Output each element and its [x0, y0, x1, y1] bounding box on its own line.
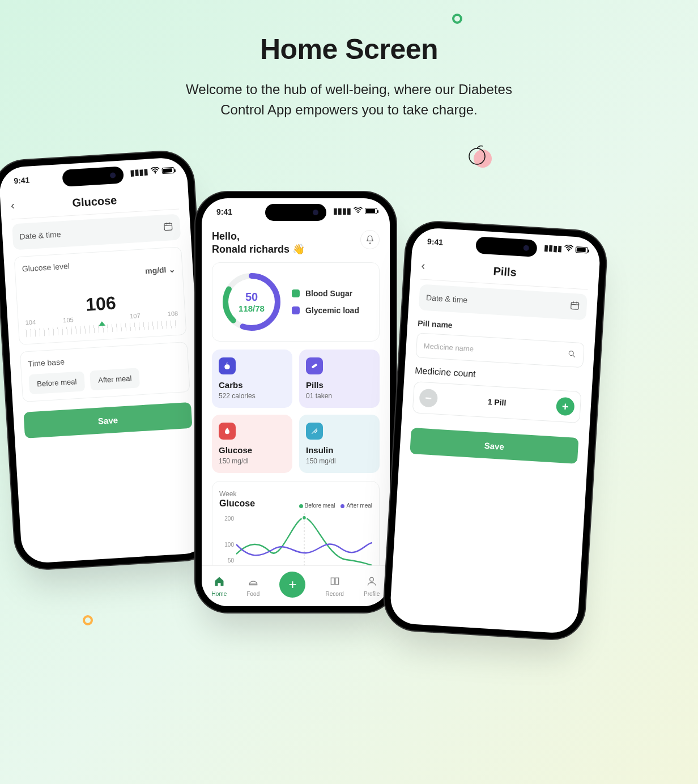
svg-point-13: [569, 351, 573, 355]
gauge-card: 50 118/78 Blood Sugar Glycemic load: [212, 262, 380, 342]
legend-color-icon: [292, 289, 300, 297]
tile-carbs[interactable]: Carbs 522 calories: [212, 350, 292, 408]
unit-label: mg/dl: [145, 265, 167, 275]
calendar-icon: [163, 221, 173, 234]
signal-icon: ▮▮▮▮: [333, 207, 351, 215]
apple-icon: [219, 357, 236, 374]
svg-point-9: [302, 515, 306, 520]
tile-sub: 150 mg/dl: [306, 457, 373, 465]
tile-sub: 522 calories: [219, 392, 286, 400]
user-name: Ronald richards: [212, 244, 290, 255]
placeholder-text: Medicine name: [423, 342, 474, 353]
date-time-label: Date & time: [19, 229, 61, 241]
tile-title: Pills: [306, 380, 373, 390]
drop-icon: [219, 423, 236, 440]
chart-legend-before: Before meal: [305, 502, 335, 509]
glucose-value: 106: [85, 292, 117, 315]
y-tick: 50: [228, 557, 234, 564]
gauge-ring: 50 118/78: [220, 271, 283, 333]
phone-notch: [265, 204, 326, 221]
page-subtitle: Welcome to the hub of well-being, where …: [168, 79, 530, 120]
increment-button[interactable]: +: [556, 397, 575, 416]
gauge-value-1: 50: [245, 291, 258, 304]
svg-rect-7: [311, 363, 317, 368]
svg-rect-12: [571, 302, 579, 310]
legend-color-icon: [292, 306, 300, 314]
svg-rect-2: [164, 223, 172, 231]
tab-bar: Home Food + Record Profil: [202, 565, 390, 606]
tile-pills[interactable]: Pills 01 taken: [299, 350, 380, 408]
back-button[interactable]: ‹: [421, 259, 425, 272]
scale-tick: 107: [130, 312, 141, 319]
status-time: 9:41: [427, 237, 444, 247]
pill-icon: [306, 357, 323, 374]
tile-title: Glucose: [219, 445, 286, 455]
pill-name-input[interactable]: Medicine name: [416, 333, 585, 368]
screen-title: Pills: [421, 261, 589, 284]
y-tick: 200: [224, 515, 234, 522]
tab-label: Home: [212, 591, 227, 597]
back-button[interactable]: ‹: [10, 199, 15, 212]
tile-sub: 01 taken: [306, 392, 373, 400]
svg-point-1: [155, 172, 156, 174]
battery-icon: [575, 246, 588, 253]
timebase-card: Time base Before meal After meal: [20, 342, 190, 402]
scale-tick: 108: [167, 310, 178, 317]
save-button[interactable]: Save: [23, 402, 192, 438]
syringe-icon: [306, 423, 323, 440]
decrement-button[interactable]: −: [419, 389, 438, 408]
date-time-field[interactable]: Date & time: [12, 214, 181, 250]
tab-label: Record: [326, 591, 344, 597]
save-button[interactable]: Save: [410, 428, 578, 464]
battery-icon: [161, 167, 174, 173]
legend-glycemic: Glycemic load: [305, 306, 359, 315]
hello-text: Hello,: [212, 231, 240, 242]
status-time: 9:41: [216, 207, 232, 216]
plus-icon: +: [288, 577, 296, 593]
decorative-dot: [452, 14, 462, 24]
legend-dot-icon: [299, 504, 303, 508]
after-meal-chip[interactable]: After meal: [90, 368, 140, 390]
page-title: Home Screen: [0, 33, 698, 66]
tab-label: Profile: [364, 591, 380, 597]
gauge-value-2: 118/78: [239, 304, 265, 313]
tile-insulin[interactable]: Insulin 150 mg/dl: [299, 415, 380, 473]
phone-pills: 9:41 ▮▮▮▮ ‹ Pills Date & time Pill: [389, 227, 601, 634]
date-time-field[interactable]: Date & time: [419, 284, 588, 320]
tab-record[interactable]: Record: [326, 576, 344, 597]
tile-title: Carbs: [219, 380, 286, 390]
legend-blood-sugar: Blood Sugar: [305, 289, 352, 298]
svg-point-11: [568, 250, 569, 252]
glucose-level-card: Glucose level mg/dl ⌄ 106 104 105 . 107 …: [14, 246, 187, 345]
tab-profile[interactable]: Profile: [364, 576, 380, 597]
tab-food[interactable]: Food: [246, 576, 259, 597]
home-icon: [214, 576, 225, 590]
add-button[interactable]: +: [279, 572, 305, 598]
wave-icon: 👋: [292, 244, 305, 255]
tab-label: Food: [246, 591, 259, 597]
before-meal-chip[interactable]: Before meal: [28, 371, 85, 394]
medicine-count-field: Medicine count − 1 Pill +: [412, 365, 583, 423]
chart-period: Week: [219, 490, 236, 498]
chevron-down-icon[interactable]: ⌄: [168, 265, 176, 274]
medicine-count-value: 1 Pill: [487, 397, 507, 407]
tile-title: Insulin: [306, 445, 373, 455]
wifi-icon: [150, 167, 160, 175]
scale-tick: 105: [63, 316, 74, 323]
notification-button[interactable]: [360, 230, 380, 249]
pill-name-field: Pill name Medicine name: [416, 318, 586, 368]
y-tick: 100: [224, 542, 234, 548]
status-time: 9:41: [14, 175, 30, 185]
signal-icon: ▮▮▮▮: [130, 168, 148, 177]
tab-home[interactable]: Home: [212, 576, 227, 597]
screen-title: Glucose: [10, 190, 178, 214]
chart-title: Glucose: [219, 498, 255, 509]
scale-tick: 104: [25, 318, 36, 326]
profile-icon: [366, 576, 377, 590]
tile-glucose[interactable]: Glucose 150 mg/dl: [212, 415, 292, 473]
record-icon: [329, 576, 341, 590]
date-time-label: Date & time: [426, 293, 468, 304]
search-icon: [567, 349, 577, 360]
wifi-icon: [354, 207, 363, 215]
svg-point-3: [357, 212, 359, 213]
